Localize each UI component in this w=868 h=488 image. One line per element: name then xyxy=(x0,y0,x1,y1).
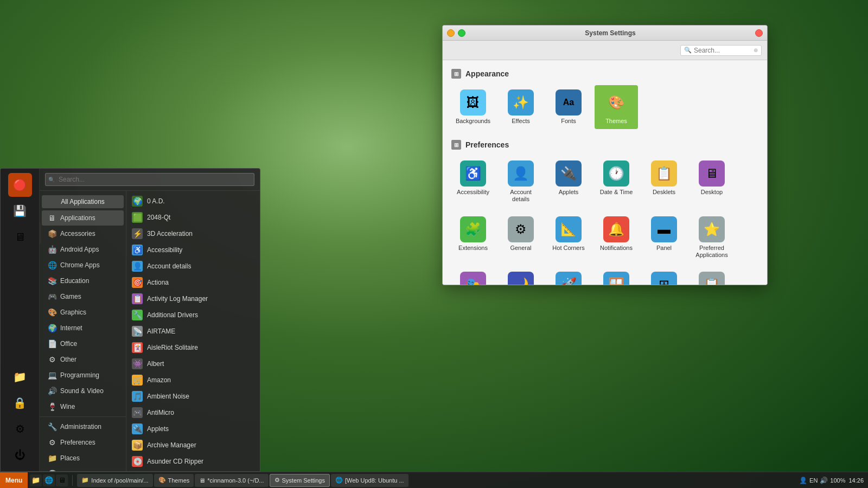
settings-window-tiling[interactable]: ⊞ Window Tiling xyxy=(642,267,686,285)
category-sound-video[interactable]: 🔊 Sound & Video xyxy=(42,383,124,399)
app-label: AntiMicro xyxy=(147,409,174,416)
sidebar-terminal-icon[interactable]: 🖥 xyxy=(8,225,32,249)
settings-windows[interactable]: 🪟 Windows xyxy=(595,267,638,285)
network-icon[interactable]: 👤 xyxy=(799,477,807,484)
taskbar-browser-icon[interactable]: 🌐 xyxy=(43,474,55,486)
taskbar-app-cinnamon[interactable]: 🖥 *cinnamon-3.0 (~/D... xyxy=(195,474,268,487)
account-details-icon: 👤 xyxy=(508,160,534,187)
settings-screensaver[interactable]: 🌙 Screensaver xyxy=(499,267,542,285)
volume-icon[interactable]: 🔊 xyxy=(820,477,828,484)
app-item-actiona[interactable]: 🎯 Actiona xyxy=(126,274,260,291)
settings-startup-apps[interactable]: 🚀 Startup Applications xyxy=(547,267,590,285)
app-label: Applets xyxy=(147,425,169,433)
sidebar-files-icon[interactable]: 💾 xyxy=(8,199,32,223)
taskbar-app-label: Index of /pool/main/... xyxy=(91,477,148,484)
app-item-3d[interactable]: ⚡ 3D Acceleration xyxy=(126,226,260,242)
app-item-applets[interactable]: 🔌 Applets xyxy=(126,421,260,437)
settings-desktop[interactable]: 🖥 Desktop xyxy=(690,156,733,207)
taskbar-files-icon[interactable]: 📁 xyxy=(30,474,42,486)
fonts-icon: Aa xyxy=(556,89,582,115)
app-item-activity-log[interactable]: 📋 Activity Log Manager xyxy=(126,291,260,307)
app-item-asunder[interactable]: 💿 Asunder CD Ripper xyxy=(126,453,260,470)
taskbar-app-themes[interactable]: 🎨 Themes xyxy=(154,474,194,487)
category-other[interactable]: ⚙ Other xyxy=(42,352,124,367)
settings-accessibility[interactable]: ♿ Accessibility xyxy=(451,156,495,207)
category-accessories[interactable]: 📦 Accessories xyxy=(42,226,124,241)
sidebar-power-icon[interactable]: ⏻ xyxy=(8,443,32,467)
settings-privacy[interactable]: 🎭 Privacy xyxy=(451,267,495,285)
minimize-button[interactable]: – xyxy=(447,29,455,37)
category-applications[interactable]: 🖥 Applications xyxy=(42,210,124,226)
category-recent-files[interactable]: 🕐 Recent Files xyxy=(42,466,124,471)
app-item-additional-drivers[interactable]: 🔧 Additional Drivers xyxy=(126,307,260,323)
app-item-account[interactable]: 👤 Account details xyxy=(126,258,260,274)
all-apps-button[interactable]: All Applications xyxy=(42,195,124,208)
app-icon-additional-drivers: 🔧 xyxy=(132,310,143,320)
app-item-0ad[interactable]: 🌍 0 A.D. xyxy=(126,193,260,209)
settings-preferred-apps[interactable]: ⭐ Preferred Applications xyxy=(690,212,733,263)
settings-workspaces[interactable]: 📋 Workspaces xyxy=(690,267,733,285)
category-chrome-apps[interactable]: 🌐 Chrome Apps xyxy=(42,258,124,273)
taskbar-app-label: Themes xyxy=(168,477,190,484)
app-item-airtame[interactable]: 📡 AIRTAME xyxy=(126,323,260,339)
keyboard-icon[interactable]: EN xyxy=(809,477,818,484)
settings-applets[interactable]: 🔌 Applets xyxy=(547,156,590,207)
office-icon: 📄 xyxy=(47,339,57,348)
category-internet[interactable]: 🌍 Internet xyxy=(42,320,124,336)
app-label: AIRTAME xyxy=(147,328,175,335)
settings-search-input[interactable] xyxy=(694,47,751,54)
settings-extensions[interactable]: 🧩 Extensions xyxy=(451,212,495,263)
settings-date-time[interactable]: 🕐 Date & Time xyxy=(595,156,638,207)
taskbar-menu-button[interactable]: Menu xyxy=(0,472,28,488)
taskbar-app-webupd8[interactable]: 🌐 [Web Upd8: Ubuntu ... xyxy=(331,474,409,487)
app-item-archive[interactable]: 📦 Archive Manager xyxy=(126,437,260,453)
maximize-button[interactable]: + xyxy=(458,29,465,37)
settings-notifications[interactable]: 🔔 Notifications xyxy=(595,212,638,263)
sidebar-settings-icon[interactable]: ⚙ xyxy=(8,417,32,441)
preferences-label: Preferences xyxy=(465,140,509,149)
battery-icon[interactable]: 100% xyxy=(830,477,845,484)
category-places[interactable]: 📁 Places xyxy=(42,451,124,466)
app-item-2048[interactable]: 🟩 2048-Qt xyxy=(126,209,260,226)
settings-backgrounds[interactable]: 🖼 Backgrounds xyxy=(451,85,495,129)
app-search-input[interactable] xyxy=(45,173,254,186)
settings-effects[interactable]: ✨ Effects xyxy=(499,85,542,129)
backgrounds-icon: 🖼 xyxy=(460,89,486,115)
category-games[interactable]: 🎮 Games xyxy=(42,289,124,304)
search-clear-icon[interactable]: ⊕ xyxy=(754,47,758,53)
app-item-antimicro[interactable]: 🎮 AntiMicro xyxy=(126,404,260,421)
category-preferences[interactable]: ⚙ Preferences xyxy=(42,435,124,450)
sidebar-folder-icon[interactable]: 📁 xyxy=(8,365,32,389)
sidebar-cinnamon-icon[interactable]: 🔴 xyxy=(8,173,32,197)
taskbar-app-icon: ⚙ xyxy=(275,477,280,484)
app-menu-sidebar: 🔴 💾 🖥 📁 🔒 ⚙ ⏻ xyxy=(1,169,40,471)
app-item-accessibility[interactable]: ♿ Accessibility xyxy=(126,242,260,258)
settings-panel[interactable]: ▬ Panel xyxy=(642,212,686,263)
settings-account-details[interactable]: 👤 Account details xyxy=(499,156,542,207)
category-android-apps[interactable]: 🤖 Android Apps xyxy=(42,242,124,257)
settings-themes[interactable]: 🎨 Themes xyxy=(595,85,638,129)
category-administration[interactable]: 🔧 Administration xyxy=(42,419,124,434)
sidebar-lock-icon[interactable]: 🔒 xyxy=(8,391,32,415)
settings-desklets[interactable]: 📋 Desklets xyxy=(642,156,686,207)
category-wine[interactable]: 🍷 Wine xyxy=(42,399,124,414)
settings-general[interactable]: ⚙ General xyxy=(499,212,542,263)
app-item-ambient-noise[interactable]: 🎵 Ambient Noise xyxy=(126,388,260,404)
settings-hot-corners[interactable]: 📐 Hot Corners xyxy=(547,212,590,263)
category-programming[interactable]: 💻 Programming xyxy=(42,368,124,383)
close-button[interactable]: × xyxy=(755,29,763,37)
app-item-albert[interactable]: 👾 Albert xyxy=(126,356,260,372)
app-icon-ambient-noise: 🎵 xyxy=(132,391,143,402)
app-item-aisleriот[interactable]: 🃏 AisleRiot Solitaire xyxy=(126,339,260,356)
category-label: Administration xyxy=(60,423,101,431)
category-graphics[interactable]: 🎨 Graphics xyxy=(42,305,124,320)
taskbar-terminal-icon[interactable]: 🖥 xyxy=(56,474,68,486)
menu-label: Menu xyxy=(5,477,22,484)
app-item-amazon[interactable]: 🛒 Amazon xyxy=(126,372,260,388)
category-education[interactable]: 📚 Education xyxy=(42,273,124,288)
category-office[interactable]: 📄 Office xyxy=(42,336,124,351)
date-time-icon: 🕐 xyxy=(603,160,629,187)
settings-fonts[interactable]: Aa Fonts xyxy=(547,85,590,129)
taskbar-app-settings[interactable]: ⚙ System Settings xyxy=(270,474,330,487)
taskbar-app-index[interactable]: 📁 Index of /pool/main/... xyxy=(77,474,152,487)
